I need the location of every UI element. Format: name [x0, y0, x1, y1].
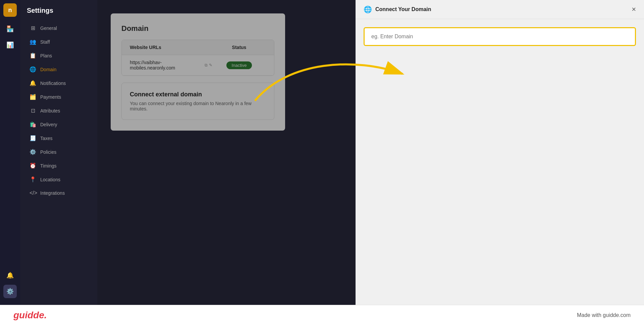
staff-icon: 👥	[30, 39, 36, 45]
sidebar-item-payments[interactable]: 🗂️ Payments	[23, 90, 95, 104]
app-logo[interactable]: n	[3, 3, 17, 17]
locations-icon: 📍	[30, 176, 36, 183]
nav-bell-icon[interactable]: 🔔	[3, 269, 17, 282]
sidebar-item-integrations[interactable]: </> Integrations	[23, 186, 95, 200]
sidebar-item-staff[interactable]: 👥 Staff	[23, 35, 95, 49]
domain-icon: 🌐	[30, 66, 36, 73]
nav-chart-icon[interactable]: 📊	[3, 38, 17, 52]
policies-icon: ⚙️	[30, 149, 36, 155]
timings-icon: ⏰	[30, 162, 36, 169]
delivery-icon: 🛍️	[30, 121, 36, 128]
sidebar-item-locations[interactable]: 📍 Locations	[23, 173, 95, 186]
sidebar-item-delivery[interactable]: 🛍️ Delivery	[23, 118, 95, 131]
sidebar-item-plans[interactable]: 📋 Plans	[23, 49, 95, 62]
sidebar-item-attributes[interactable]: ⊡ Attributes	[23, 104, 95, 118]
footer-logo: guidde.	[13, 310, 47, 321]
sidebar-item-notifications[interactable]: 🔔 Notifications	[23, 76, 95, 90]
general-icon: ⊞	[30, 25, 36, 31]
taxes-icon: 🧾	[30, 135, 36, 141]
payments-icon: 🗂️	[30, 94, 36, 100]
sidebar-item-general[interactable]: ⊞ General	[23, 21, 95, 35]
close-button[interactable]: ×	[632, 6, 636, 13]
sidebar-item-domain[interactable]: 🌐 Domain	[23, 62, 95, 76]
right-panel-header-left: 🌐 Connect Your Domain	[364, 5, 431, 13]
right-panel-title: Connect Your Domain	[375, 6, 431, 12]
right-panel-body	[356, 19, 644, 305]
plans-icon: 📋	[30, 52, 36, 59]
nav-store-icon[interactable]: 🏪	[3, 22, 17, 36]
attributes-icon: ⊡	[30, 107, 36, 114]
icon-bar: n 🏪 📊 🔔 ⚙️	[0, 0, 20, 305]
right-panel: 🌐 Connect Your Domain ×	[356, 0, 644, 305]
globe-icon: 🌐	[364, 5, 372, 13]
sidebar-item-policies[interactable]: ⚙️ Policies	[23, 145, 95, 159]
sidebar-title: Settings	[20, 7, 97, 21]
footer-credit: Made with guidde.com	[577, 312, 631, 318]
right-panel-header: 🌐 Connect Your Domain ×	[356, 0, 644, 19]
sidebar-item-timings[interactable]: ⏰ Timings	[23, 159, 95, 173]
sidebar-item-taxes[interactable]: 🧾 Taxes	[23, 131, 95, 145]
nav-settings-icon[interactable]: ⚙️	[3, 285, 17, 298]
main-content: Domain Website URLs Status https://vaibh…	[97, 0, 644, 305]
notifications-icon: 🔔	[30, 80, 36, 86]
footer: guidde. Made with guidde.com	[0, 305, 644, 325]
domain-input-wrapper	[364, 27, 636, 46]
integrations-icon: </>	[30, 190, 36, 196]
domain-input[interactable]	[364, 27, 636, 46]
sidebar: Settings ⊞ General 👥 Staff 📋 Plans 🌐 Dom…	[20, 0, 97, 305]
